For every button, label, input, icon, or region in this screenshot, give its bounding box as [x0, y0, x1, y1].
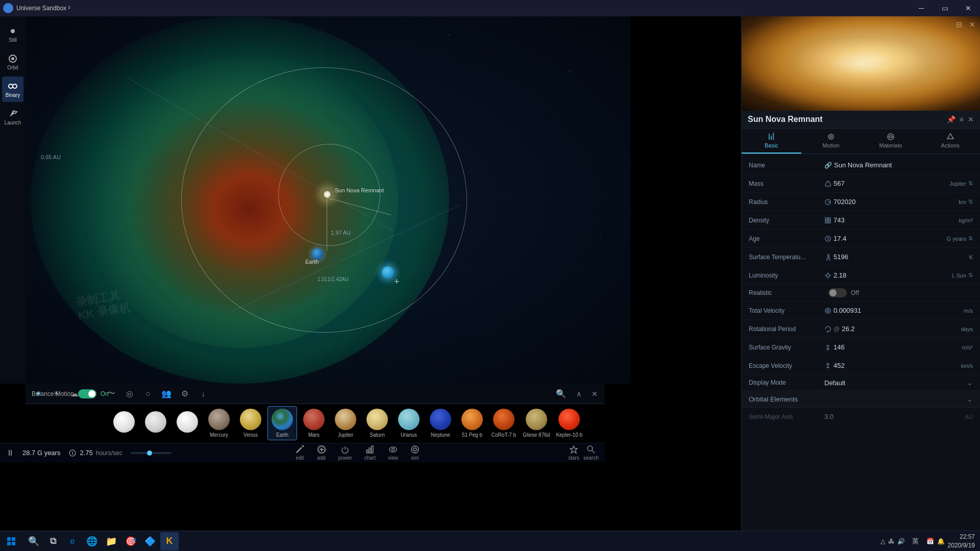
planet-item-earth[interactable]: Earth	[267, 406, 297, 440]
action-power[interactable]: power	[338, 445, 352, 461]
radius-icon	[824, 198, 831, 206]
action-view[interactable]: view	[388, 445, 398, 461]
pin-icon[interactable]: 📌	[947, 115, 955, 123]
prop-luminosity-label: Luminosity	[749, 272, 824, 279]
taskbar-app3[interactable]: K	[160, 532, 179, 550]
close-panel-button[interactable]: ✕	[590, 390, 600, 398]
simulation-viewport[interactable]: Sun Nova Remnant Earth 0.65 AU 1.97 AU 1…	[26, 16, 630, 384]
prop-mass-arrow[interactable]: ⇅	[968, 180, 973, 187]
close-button[interactable]: ✕	[957, 0, 980, 16]
planet-item-mars[interactable]: Mars	[299, 407, 329, 440]
planet-item-gliese876d[interactable]: Gliese 876d	[521, 407, 552, 440]
action-add[interactable]: add	[317, 445, 326, 461]
realistic-toggle[interactable]	[828, 288, 847, 297]
panel-close-icon[interactable]: ✕	[968, 115, 974, 123]
diagonal-line-2	[230, 205, 461, 313]
start-button[interactable]	[0, 531, 22, 552]
taskbar-chevron-up[interactable]: △	[880, 538, 885, 545]
prop-escape-velocity-unit: km/s	[961, 363, 973, 369]
action-edit[interactable]: edit	[296, 445, 305, 461]
tab-motion[interactable]: Motion	[801, 129, 861, 154]
prop-age-arrow[interactable]: ⇅	[968, 235, 973, 242]
toolbar-orbit[interactable]: Orbit	[2, 49, 23, 74]
time-slider[interactable]	[131, 452, 172, 454]
taskbar-edge[interactable]: e	[63, 532, 82, 550]
tool-ring[interactable]: ◎	[122, 387, 137, 401]
prop-surface-gravity-value[interactable]: 146	[834, 343, 959, 351]
balance-motion-toggle[interactable]	[78, 389, 96, 398]
toolbar-binary[interactable]: Binary	[2, 77, 23, 102]
star-object[interactable]	[323, 190, 332, 199]
orbital-elements-chevron[interactable]: ⌄	[967, 395, 973, 403]
prop-luminosity: Luminosity 2.18 L Sun ⇅	[742, 266, 980, 285]
earth-object[interactable]	[312, 248, 323, 260]
planet-item-uranus[interactable]: Uranus	[394, 407, 424, 440]
planet-item-white2[interactable]	[141, 409, 170, 437]
tab-basic[interactable]: Basic	[742, 129, 801, 154]
right-panel: ✕ ⊟ Sun Nova Remnant 📌 ≡ ✕ Basic Motion …	[741, 16, 980, 551]
prop-display-mode-value[interactable]: Default	[824, 379, 967, 387]
action-chart[interactable]: chart	[364, 445, 376, 461]
tool-down[interactable]: ↓	[196, 387, 210, 401]
grid-line-v1	[184, 16, 184, 384]
toolbar-still[interactable]: Still	[2, 21, 23, 47]
display-mode-expand[interactable]: ⌄	[967, 379, 973, 387]
taskbar-network-icon[interactable]: 🖧	[888, 538, 894, 545]
prop-luminosity-value[interactable]: 2.18	[834, 271, 949, 279]
taskbar-notifications-icon[interactable]: 🔔	[937, 538, 945, 545]
action-search[interactable]: search	[583, 445, 599, 461]
collapse-button[interactable]: ∧	[574, 390, 583, 398]
taskbar-volume-icon[interactable]: 🔊	[897, 538, 905, 545]
prop-mass-unit: Jupiter	[949, 181, 966, 187]
time-slider-knob[interactable]	[147, 450, 152, 456]
search-button[interactable]: 🔍	[552, 389, 570, 398]
planet-item-kepler10b[interactable]: Kepler-10 b	[554, 407, 584, 440]
orbital-elements-header[interactable]: Orbital Elements ⌄	[742, 391, 980, 408]
prop-radius-value[interactable]: 702020	[834, 198, 955, 206]
prop-mass-value[interactable]: 567	[834, 180, 946, 187]
planet-item-51pegb[interactable]: 51 Peg b	[457, 407, 487, 440]
prop-semi-major-axis-value[interactable]: 3.0	[824, 413, 962, 420]
prop-density-value[interactable]: 743	[834, 216, 956, 224]
toolbar-launch[interactable]: Launch	[2, 104, 23, 130]
prop-age-value[interactable]: 17.4	[834, 235, 943, 242]
planet-item-venus[interactable]: Venus	[236, 407, 265, 440]
tab-materials[interactable]: Materials	[861, 129, 921, 154]
prop-radius-arrow[interactable]: ⇅	[968, 198, 973, 205]
planet-item-white3[interactable]	[173, 409, 202, 437]
taskbar-calendar-icon[interactable]: 📅	[926, 538, 934, 545]
blue-planet-object[interactable]	[382, 266, 394, 279]
action-stars[interactable]: stars	[568, 445, 579, 461]
prop-rotational-period-value[interactable]: 26.2	[842, 325, 958, 333]
minimize-button[interactable]: ─	[910, 0, 933, 16]
taskbar-files[interactable]: 📁	[102, 532, 120, 550]
action-sim[interactable]: sim	[410, 445, 420, 461]
pause-button[interactable]: ⏸	[6, 448, 14, 458]
prop-escape-velocity-value[interactable]: 452	[834, 362, 958, 369]
planet-item-saturn[interactable]: Saturn	[362, 407, 392, 440]
prop-name-value[interactable]: Sun Nova Remnant	[834, 161, 973, 169]
panel-preview-close[interactable]: ✕	[969, 20, 975, 29]
prop-surface-temp-value[interactable]: 5196	[834, 253, 966, 261]
taskbar-app2[interactable]: 🔷	[141, 532, 159, 550]
planet-item-white1[interactable]	[109, 409, 139, 437]
panel-preview-expand[interactable]: ⊟	[956, 20, 962, 29]
taskbar-task-view[interactable]: ⧉	[44, 532, 62, 550]
prop-total-velocity-value[interactable]: 0.000931	[834, 307, 961, 314]
menu-icon[interactable]: ≡	[960, 115, 964, 123]
taskbar-search[interactable]: 🔍	[24, 532, 43, 550]
tab-actions[interactable]: Actions	[920, 129, 980, 154]
prop-luminosity-arrow[interactable]: ⇅	[968, 272, 973, 279]
planet-item-neptune[interactable]: Neptune	[426, 407, 455, 440]
taskbar-app1[interactable]: 🎯	[121, 532, 140, 550]
taskbar-language[interactable]: 英	[908, 532, 923, 550]
maximize-button[interactable]: ▭	[933, 0, 957, 16]
tool-settings[interactable]: ⚙	[178, 387, 192, 401]
planet-item-jupiter[interactable]: Jupiter	[331, 407, 360, 440]
tool-people[interactable]: 👥	[159, 387, 174, 401]
tool-circle[interactable]: ○	[141, 387, 155, 401]
taskbar-clock[interactable]: 22:57 2020/9/19	[948, 533, 975, 550]
planet-item-mercury[interactable]: Mercury	[204, 407, 234, 440]
planet-item-corot7b[interactable]: CoRoT-7 b	[489, 407, 519, 440]
taskbar-ie[interactable]: 🌐	[83, 532, 101, 550]
